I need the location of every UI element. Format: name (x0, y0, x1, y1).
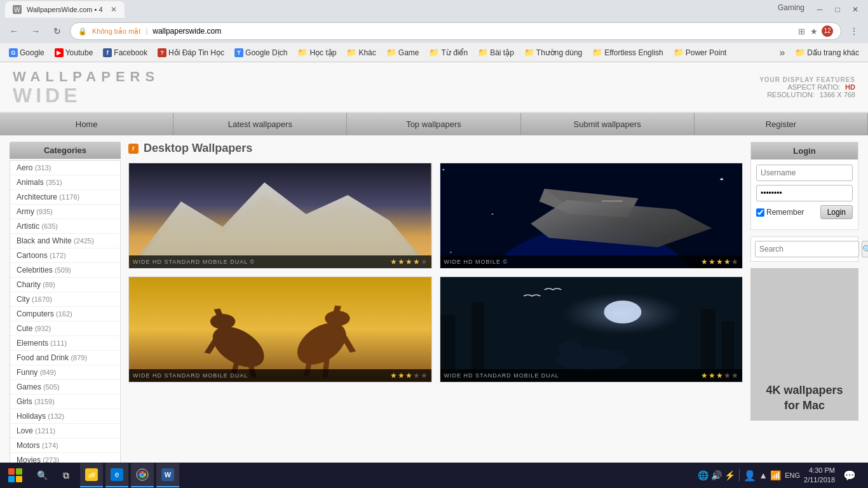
bookmark-tudien[interactable]: 📁 Từ điển (425, 46, 471, 58)
cat-motors[interactable]: Motors (174) (10, 438, 120, 453)
tab-close-button[interactable]: ✕ (111, 5, 117, 14)
login-button[interactable]: Login (820, 205, 853, 219)
cat-city[interactable]: City (1670) (10, 292, 120, 307)
maximize-button[interactable]: □ (830, 3, 845, 16)
wallpaper-forest-img (440, 277, 743, 382)
wallpaper-space[interactable]: WIDE HD MOBILE © ★★★★★ (440, 163, 743, 269)
cat-aero[interactable]: Aero (313) (10, 161, 120, 175)
bookmark-google[interactable]: G Google (5, 47, 48, 58)
language-label[interactable]: ENG (785, 471, 800, 479)
resolution-label: RESOLUTION: (767, 91, 815, 98)
main-area: r Desktop Wallpapers (128, 142, 743, 463)
extensions-button[interactable]: ⋮ (845, 22, 863, 40)
bookmark-khac[interactable]: 📁 Khác (342, 46, 379, 58)
nav-top[interactable]: Top wallpapers (347, 113, 520, 135)
cat-animals[interactable]: Animals (351) (10, 175, 120, 190)
task-view-button[interactable]: ⧉ (55, 463, 78, 487)
bookmark-hoctap[interactable]: 📁 Học tập (294, 46, 340, 58)
bookmark-star-icon[interactable]: ★ (809, 25, 819, 37)
cat-artistic[interactable]: Artistic (635) (10, 219, 120, 234)
address-bar[interactable]: 🔒 Không bảo mật | wallpaperswide.com ⊞ ★… (70, 22, 841, 40)
bookmark-dautrangkhac[interactable]: 📁 Dấu trang khác (791, 46, 863, 58)
nav-submit[interactable]: Submit wallpapers (521, 113, 695, 135)
bookmark-googledich[interactable]: T Google Dịch (231, 47, 291, 58)
hoidap-favicon: ? (158, 48, 166, 57)
people-icon[interactable]: 👤 (743, 470, 756, 482)
minimize-button[interactable]: ─ (812, 3, 827, 16)
wallpaper-forest[interactable]: WIDE HD STANDARD MOBILE DUAL ★★★★★ (440, 276, 743, 383)
chrome-icon (136, 468, 149, 481)
nav-register[interactable]: Register (695, 113, 868, 135)
network-icon[interactable]: 🌐 (698, 470, 709, 480)
windows-logo (8, 468, 22, 482)
volume-icon[interactable]: 🔊 (711, 470, 722, 480)
bookmark-thuongdung[interactable]: 📁 Thường dùng (520, 46, 586, 58)
bookmark-facebook[interactable]: f Facebook (99, 47, 151, 58)
cat-charity[interactable]: Charity (89) (10, 278, 120, 292)
cat-black-white[interactable]: Black and White (2425) (10, 234, 120, 248)
reload-button[interactable]: ↻ (48, 22, 66, 40)
wifi-icon[interactable]: 📶 (770, 470, 781, 480)
remember-checkbox[interactable] (756, 208, 764, 217)
back-button[interactable]: ← (5, 22, 23, 40)
right-panel: Login Remember Login (750, 142, 858, 463)
forward-button[interactable]: → (27, 22, 44, 40)
cat-elements[interactable]: Elements (111) (10, 336, 120, 351)
search-button[interactable]: 🔍 (862, 241, 868, 257)
cat-cartoons[interactable]: Cartoons (172) (10, 248, 120, 263)
cat-funny[interactable]: Funny (849) (10, 365, 120, 380)
cat-love[interactable]: Love (1211) (10, 424, 120, 438)
folder-icon-9: 📁 (795, 48, 805, 57)
bookmark-powerpoint[interactable]: 📁 Power Point (670, 46, 731, 58)
clock[interactable]: 4:30 PM 2/11/2018 (804, 466, 835, 485)
translate-icon[interactable]: ⊞ (797, 25, 806, 37)
cat-games[interactable]: Games (505) (10, 380, 120, 395)
rss-icon: r (128, 144, 139, 154)
profile-icon[interactable]: 12 (822, 25, 833, 37)
logo-wide: Wide (13, 85, 159, 105)
username-input[interactable] (756, 165, 853, 181)
wallpaper-horses[interactable]: WIDE HD STANDARD MOBILE DUAL ★★★★★ (128, 276, 432, 383)
cat-architecture[interactable]: Architecture (1176) (10, 190, 120, 205)
bookmark-game[interactable]: 📁 Game (383, 46, 423, 58)
taskbar-app-edge[interactable]: e (105, 463, 128, 487)
search-input[interactable] (755, 241, 859, 257)
bookmarks-more-button[interactable]: » (775, 46, 789, 60)
window-title: Gaming (778, 3, 804, 16)
wallpaper-space-img (440, 163, 743, 268)
wallpaper-mountain-footer: WIDE HD STANDARD MOBILE DUAL © ★★★★★ (129, 255, 431, 268)
svg-rect-8 (602, 200, 623, 202)
cat-cute[interactable]: Cute (932) (10, 322, 120, 336)
ad-box[interactable]: 4K wallpapersfor Mac (750, 268, 858, 421)
password-input[interactable] (756, 185, 853, 201)
notification-button[interactable]: 💬 (839, 463, 860, 487)
cat-movies[interactable]: Movies (273) (10, 453, 120, 463)
logo-area: WALLPAPERS Wide (13, 69, 159, 105)
nav-latest[interactable]: Latest wallpapers (173, 113, 347, 135)
bookmark-hoidap[interactable]: ? Hỏi Đáp Tin Học (154, 47, 228, 58)
search-taskbar-button[interactable]: 🔍 (31, 463, 53, 487)
nav-menu: Home Latest wallpapers Top wallpapers Su… (0, 113, 868, 135)
cat-girls[interactable]: Girls (3159) (10, 395, 120, 409)
taskbar-app-word[interactable]: W (156, 463, 179, 487)
cat-food[interactable]: Food and Drink (879) (10, 351, 120, 365)
wallpaper-mountain[interactable]: WIDE HD STANDARD MOBILE DUAL © ★★★★★ (128, 163, 432, 269)
bookmark-thuongdung-label: Thường dùng (536, 48, 582, 57)
cat-computers[interactable]: Computers (162) (10, 307, 120, 322)
clock-date: 2/11/2018 (804, 475, 835, 485)
taskbar-app-file-explorer[interactable]: 📁 (80, 463, 103, 487)
up-arrow-icon[interactable]: ▲ (759, 470, 768, 480)
start-button[interactable] (3, 463, 28, 487)
nav-home[interactable]: Home (0, 113, 173, 135)
bookmark-effortless[interactable]: 📁 Effortless English (588, 46, 667, 58)
cat-celebrities[interactable]: Celebrities (509) (10, 263, 120, 278)
taskbar-right: 🌐 🔊 ⚡ 👤 ▲ 📶 ENG 4:30 PM 2/11/2018 💬 (698, 463, 865, 487)
bookmark-baitap[interactable]: 📁 Bài tập (474, 46, 518, 58)
battery-icon[interactable]: ⚡ (724, 470, 735, 480)
taskbar-app-chrome[interactable] (131, 463, 154, 487)
bookmark-youtube[interactable]: ▶ Youtube (51, 47, 97, 58)
cat-holidays[interactable]: Holidays (132) (10, 409, 120, 424)
browser-tab[interactable]: W WallpapersWide.com • 4 ✕ (5, 1, 125, 18)
close-button[interactable]: ✕ (848, 3, 863, 16)
cat-army[interactable]: Army (935) (10, 205, 120, 219)
